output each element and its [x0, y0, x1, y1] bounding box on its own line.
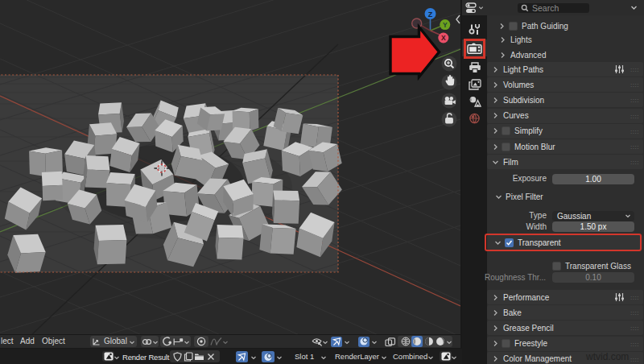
svg-text:Z: Z: [428, 10, 433, 19]
